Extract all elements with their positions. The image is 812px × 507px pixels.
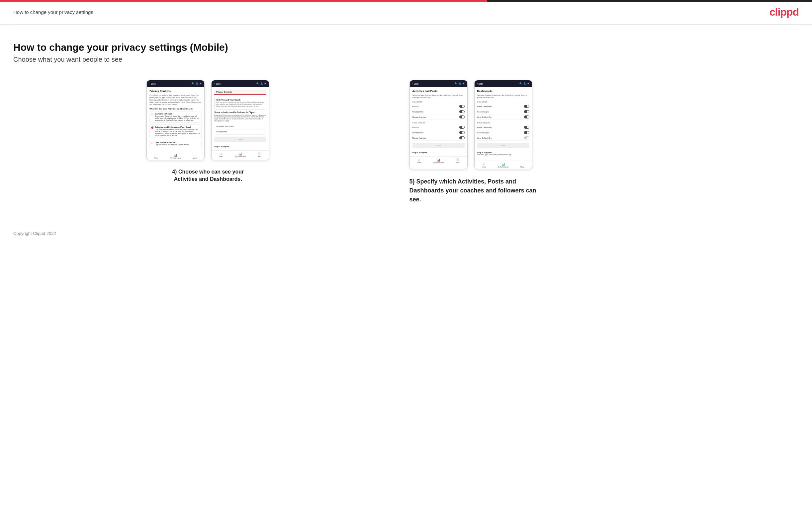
followers-label-4: FOLLOWERS [477, 122, 529, 124]
help-support-2: Help & Support [214, 144, 266, 148]
help-support-4: Help & Support [477, 150, 529, 154]
copyright: Copyright Clippd 2022 [13, 231, 56, 236]
step5-screen1: ‹ Back 🔍 👤 ⊕ Activities and Posts Select… [409, 80, 468, 169]
bottom-nav-3: ⌂ Home 📊 My Performance ☰ Menu [410, 156, 467, 165]
help-support-3: Help & Support [412, 150, 465, 154]
privacy-controls-body: Control how you and your data appears to… [149, 94, 202, 106]
nav-menu-4[interactable]: ☰ Menu [513, 163, 532, 168]
header-icons-3: 🔍 👤 ⊕ [455, 82, 465, 85]
option-everyone[interactable]: Everyone on Clippd Everyone on Clippd ca… [149, 111, 202, 123]
toggle-coaches-manual[interactable]: Manual Activities [412, 114, 465, 120]
step4-screen2: ‹ Back 🔍 👤 ⊕ Privacy Controls [211, 80, 269, 160]
page-subtitle: Choose what you want people to see [13, 56, 799, 63]
nav-home-1[interactable]: ⌂ Home [147, 154, 166, 159]
coaches-label-3: COACHES [412, 101, 465, 103]
privacy-controls-title: Privacy Controls [149, 90, 202, 93]
step4-caption: 4) Choose who can see your Activities an… [161, 168, 254, 183]
dashboards-text: Select the dashboards that you'd like to… [477, 94, 529, 99]
step5-mockups: ‹ Back 🔍 👤 ⊕ Activities and Posts Select… [409, 80, 532, 169]
nav-home-4[interactable]: ⌂ Home [474, 163, 494, 168]
bottom-nav-2: ⌂ Home 📊 My Performance ☰ Menu [211, 150, 269, 159]
bottom-nav-4: ⌂ Home 📊 My Performance ☰ Menu [474, 161, 532, 169]
followers-label-3: FOLLOWERS [412, 122, 465, 124]
mockup-body-2: Privacy Controls Only You and Your Coach… [211, 87, 269, 150]
nav-performance-3[interactable]: 📊 My Performance [429, 158, 448, 164]
radio-approved [151, 126, 153, 129]
step4-screen1: ‹ Back 🔍 👤 ⊕ Privacy Controls Control ho… [146, 80, 205, 160]
toggle-coaches-round-insights[interactable]: Round Insights [477, 109, 529, 114]
toggle-coaches-player-dashboard[interactable]: Player Dashboard [477, 104, 529, 109]
mockup-body-3: Activities and Posts Select the types of… [410, 87, 467, 156]
step5-screen2: ‹ Back 🔍 👤 ⊕ Dashboards Select the dashb… [474, 80, 532, 169]
back-button-2[interactable]: ‹ Back [214, 82, 220, 85]
mockup-header-1: ‹ Back 🔍 👤 ⊕ [147, 80, 204, 87]
logo: clippd [769, 6, 799, 18]
header-icons-4: 🔍 👤 ⊕ [519, 82, 529, 85]
footer: Copyright Clippd 2022 [0, 224, 812, 242]
save-button-4[interactable]: Save [477, 143, 529, 148]
mockup-header-3: ‹ Back 🔍 👤 ⊕ [410, 80, 467, 87]
dashboards-title: Dashboards [477, 90, 529, 93]
nav-menu-1[interactable]: ☰ Menu [185, 154, 205, 159]
show-hide-title: Show or hide specific features in Clippd [214, 111, 266, 113]
nav-performance-1[interactable]: 📊 My Performance [166, 154, 185, 159]
bottom-nav-1: ⌂ Home 📊 My Performance ☰ Menu [147, 152, 204, 160]
mockup-header-2: ‹ Back 🔍 👤 ⊕ [211, 80, 269, 87]
main-content: How to change your privacy settings (Mob… [0, 25, 812, 217]
activities-posts-nav[interactable]: Activities and Posts › [214, 124, 266, 129]
toggle-followers-rounds[interactable]: Rounds [412, 125, 465, 130]
mockup-header-4: ‹ Back 🔍 👤 ⊕ [474, 80, 532, 87]
step4-group: ‹ Back 🔍 👤 ⊕ Privacy Controls Control ho… [13, 80, 403, 204]
page-title: How to change your privacy settings (Mob… [13, 42, 799, 53]
activities-posts-title: Activities and Posts [412, 90, 465, 93]
back-button-4[interactable]: ‹ Back [477, 82, 484, 85]
back-button-3[interactable]: ‹ Back [412, 82, 419, 85]
step5-group: ‹ Back 🔍 👤 ⊕ Activities and Posts Select… [403, 80, 799, 204]
header-title: How to change your privacy settings [13, 9, 93, 15]
toggle-followers-player-dashboard[interactable]: Player Dashboard [477, 125, 529, 130]
save-button-3[interactable]: Save [412, 143, 465, 148]
step4-mockups: ‹ Back 🔍 👤 ⊕ Privacy Controls Control ho… [146, 80, 269, 160]
nav-performance-4[interactable]: 📊 My Performance [494, 163, 513, 168]
nav-home-3[interactable]: ⌂ Home [410, 158, 429, 164]
header-icons-2: 🔍 👤 ⊕ [256, 82, 266, 85]
top-bar: How to change your privacy settings clip… [0, 0, 812, 25]
option-approved[interactable]: Only Approved Followers and Your Coach O… [149, 124, 202, 138]
screenshots-container: ‹ Back 🔍 👤 ⊕ Privacy Controls Control ho… [13, 80, 799, 204]
option-only-you[interactable]: Only You and Your Coach Only you and the… [149, 140, 202, 147]
show-hide-text: Regardless of the privacy controls that … [214, 114, 266, 122]
toggle-followers-round-insights[interactable]: Round Insights [477, 130, 529, 135]
activities-posts-text: Select the types of activity that you'd … [412, 94, 465, 99]
coaches-label-4: COACHES [477, 101, 529, 103]
toggle-coaches-rounds[interactable]: Rounds [412, 104, 465, 109]
radio-everyone [151, 113, 153, 115]
radio-only-you [151, 142, 153, 144]
nav-home-2[interactable]: ⌂ Home [211, 152, 231, 158]
nav-menu-2[interactable]: ☰ Menu [250, 152, 269, 158]
privacy-option-box: Only You and Your Coach Only you and the… [214, 97, 266, 110]
save-button-2[interactable]: Save [214, 137, 266, 142]
toggle-followers-manual[interactable]: Manual Activities [412, 135, 465, 141]
step5-caption: 5) Specify which Activities, Posts and D… [409, 177, 549, 204]
privacy-controls-tab: Privacy Controls [214, 90, 266, 95]
help-support-text-4: Visit our Clippd community to troublesho… [477, 154, 529, 156]
toggle-followers-what-to-work[interactable]: What To Work On [477, 135, 529, 141]
toggle-coaches-what-to-work[interactable]: What To Work On [477, 114, 529, 120]
toggle-followers-practice[interactable]: Practice Drills [412, 130, 465, 135]
who-can-see-label: Who Can See Your Activities and Dashboar… [149, 108, 202, 110]
back-button-1[interactable]: ‹ Back [149, 82, 156, 85]
mockup-body-4: Dashboards Select the dashboards that yo… [474, 87, 532, 161]
mockup-body-1: Privacy Controls Control how you and you… [147, 87, 204, 152]
nav-menu-3[interactable]: ☰ Menu [448, 158, 467, 164]
toggle-coaches-practice[interactable]: Practice Drills [412, 109, 465, 114]
nav-performance-2[interactable]: 📊 My Performance [231, 152, 250, 158]
header-icons-1: 🔍 👤 ⊕ [192, 82, 202, 85]
dashboards-nav[interactable]: Dashboards › [214, 129, 266, 135]
